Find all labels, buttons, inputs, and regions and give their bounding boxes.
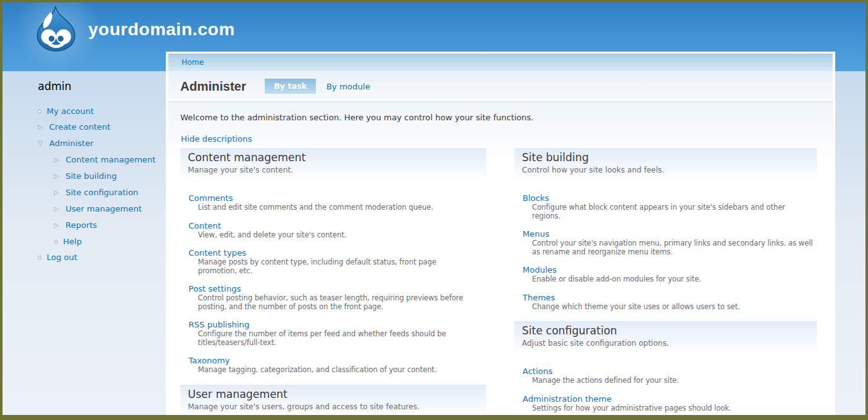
sidebar-menu-item: ▷User management (54, 204, 166, 214)
expanded-arrow-icon[interactable]: ▽ (38, 139, 47, 148)
sidebar-menu-item: My account (37, 106, 166, 116)
admin-link-description: Manage posts by content type, including … (188, 258, 475, 275)
admin-link-description: Enable or disable add-on modules for you… (523, 275, 814, 284)
admin-link-description: Change which theme your site uses or all… (523, 303, 814, 312)
section-subtitle: Control how your site looks and feels. (522, 166, 809, 174)
sidebar-item-log-out[interactable]: Log out (47, 253, 78, 262)
section-links: ActionsManage the actions defined for yo… (514, 353, 817, 413)
sidebar-menu-item: ▷Site configuration (54, 188, 166, 198)
admin-link-themes[interactable]: Themes (523, 293, 555, 302)
section-site-building: Site buildingControl how your site looks… (514, 148, 817, 311)
collapsed-arrow-icon[interactable]: ▷ (54, 171, 63, 181)
admin-link-menus[interactable]: Menus (523, 229, 549, 239)
drupal-logo-icon (35, 6, 77, 52)
tab-by-task[interactable]: By task (265, 79, 315, 94)
sidebar-item-administer[interactable]: Administer (49, 139, 93, 148)
admin-link-blocks[interactable]: Blocks (523, 193, 549, 203)
admin-link-description: Manage tagging, categorization, and clas… (188, 366, 475, 375)
section-links: BlocksConfigure what block content appea… (514, 179, 817, 311)
admin-link-description: Configure what block content appears in … (523, 203, 814, 220)
section-title: Site building (522, 152, 809, 164)
admin-link-actions[interactable]: Actions (523, 366, 553, 376)
sidebar-item-create-content[interactable]: Create content (49, 122, 110, 132)
tab-by-module[interactable]: By module (327, 82, 370, 91)
section-title: Site configuration (522, 325, 809, 337)
leaf-bullet-icon (38, 106, 47, 116)
welcome-text: Welcome to the administration section. H… (168, 102, 833, 122)
sidebar-menu-item: ▷Create content (37, 122, 166, 132)
admin-task-item: TaxonomyManage tagging, categorization, … (188, 354, 486, 375)
section-header: Site buildingControl how your site looks… (514, 148, 817, 179)
admin-task-item: Content typesManage posts by content typ… (188, 246, 486, 275)
leaf-bullet-icon (54, 237, 63, 246)
collapsed-arrow-icon[interactable]: ▷ (54, 155, 63, 164)
section-subtitle: Adjust basic site configuration options. (522, 339, 809, 348)
admin-link-content-types[interactable]: Content types (188, 248, 246, 258)
admin-link-administration-theme[interactable]: Administration theme (523, 394, 611, 404)
hide-descriptions-link[interactable]: Hide descriptions (181, 134, 252, 144)
admin-task-item: ContentView, edit, and delete your site'… (188, 219, 486, 240)
section-subtitle: Manage your site's content. (188, 166, 478, 174)
admin-link-description: View, edit, and delete your site's conte… (188, 231, 475, 240)
admin-link-description: Configure the number of items per feed a… (188, 330, 475, 347)
admin-task-item: Post settingsControl posting behavior, s… (188, 282, 486, 311)
admin-view-tabs: By taskBy module (265, 79, 370, 94)
section-title: Content management (188, 152, 478, 164)
sidebar-item-reports[interactable]: Reports (66, 220, 97, 230)
section-header: User managementManage your site's users,… (180, 385, 486, 414)
sidebar-menu-item: ▷Site building (54, 171, 166, 181)
breadcrumb-home-link[interactable]: Home (182, 58, 204, 67)
content-area: Home Administer By taskBy module Welcome… (166, 52, 835, 415)
sidebar-item-help[interactable]: Help (63, 237, 82, 246)
collapsed-arrow-icon[interactable]: ▷ (54, 188, 63, 197)
admin-link-taxonomy[interactable]: Taxonomy (188, 356, 230, 365)
admin-task-item: ModulesEnable or disable add-on modules … (523, 263, 817, 284)
sidebar-item-my-account[interactable]: My account (47, 106, 94, 116)
collapsed-arrow-icon[interactable]: ▷ (54, 220, 63, 230)
sidebar-item-user-management[interactable]: User management (66, 204, 142, 213)
sidebar-item-site-configuration[interactable]: Site configuration (66, 188, 138, 197)
right-column: Site buildingControl how your site looks… (514, 148, 817, 413)
admin-task-item: RSS publishingConfigure the number of it… (188, 318, 486, 347)
admin-task-item: Administration themeSettings for how you… (523, 392, 817, 413)
admin-link-post-settings[interactable]: Post settings (188, 284, 241, 293)
admin-link-description: List and edit site comments and the comm… (188, 203, 475, 212)
leaf-bullet-icon (38, 253, 47, 262)
sidebar-item-site-building[interactable]: Site building (66, 171, 117, 181)
admin-link-content[interactable]: Content (188, 221, 221, 230)
admin-link-comments[interactable]: Comments (188, 193, 233, 203)
admin-link-description: Settings for how your administrative pag… (523, 404, 814, 413)
section-header: Site configurationAdjust basic site conf… (514, 321, 817, 353)
section-site-configuration: Site configurationAdjust basic site conf… (514, 321, 817, 413)
admin-task-item: MenusControl your site's navigation menu… (523, 227, 817, 256)
section-subtitle: Manage your site's users, groups and acc… (188, 403, 478, 411)
sidebar-menu-item: ▷Reports (54, 220, 166, 230)
section-header: Content managementManage your site's con… (180, 148, 486, 179)
sidebar: admin My account▷Create content▽Administ… (37, 81, 166, 268)
admin-link-description: Control posting behavior, such as teaser… (188, 294, 475, 311)
section-content-management: Content managementManage your site's con… (180, 148, 486, 375)
browser-viewport: yourdomain.com admin My account▷Create c… (0, 0, 868, 420)
sidebar-menu-item: Help (54, 237, 166, 246)
breadcrumb: Home (168, 54, 833, 71)
admin-link-description: Control your site's navigation menu, pri… (523, 239, 814, 256)
sidebar-user-title: admin (38, 81, 166, 93)
left-column: Content managementManage your site's con… (180, 148, 486, 413)
admin-link-modules[interactable]: Modules (523, 265, 557, 275)
sidebar-menu: My account▷Create content▽Administer▷Con… (37, 106, 166, 262)
admin-task-item: CommentsList and edit site comments and … (188, 191, 486, 212)
admin-panel-columns: Content managementManage your site's con… (168, 148, 833, 413)
sidebar-menu-item: ▷Content management (54, 155, 166, 165)
section-title: User management (188, 389, 478, 400)
site-title: yourdomain.com (88, 20, 235, 40)
admin-link-rss-publishing[interactable]: RSS publishing (188, 320, 250, 329)
sidebar-menu-item: ▽Administer▷Content management▷Site buil… (37, 139, 166, 246)
collapsed-arrow-icon[interactable]: ▷ (54, 204, 63, 213)
section-links: CommentsList and edit site comments and … (180, 179, 486, 375)
admin-task-item: ActionsManage the actions defined for yo… (523, 365, 817, 385)
section-user-management: User managementManage your site's users,… (180, 385, 486, 414)
admin-task-item: BlocksConfigure what block content appea… (523, 191, 817, 220)
page-title: Administer (180, 79, 246, 94)
collapsed-arrow-icon[interactable]: ▷ (38, 122, 47, 132)
sidebar-item-content-management[interactable]: Content management (66, 155, 156, 164)
